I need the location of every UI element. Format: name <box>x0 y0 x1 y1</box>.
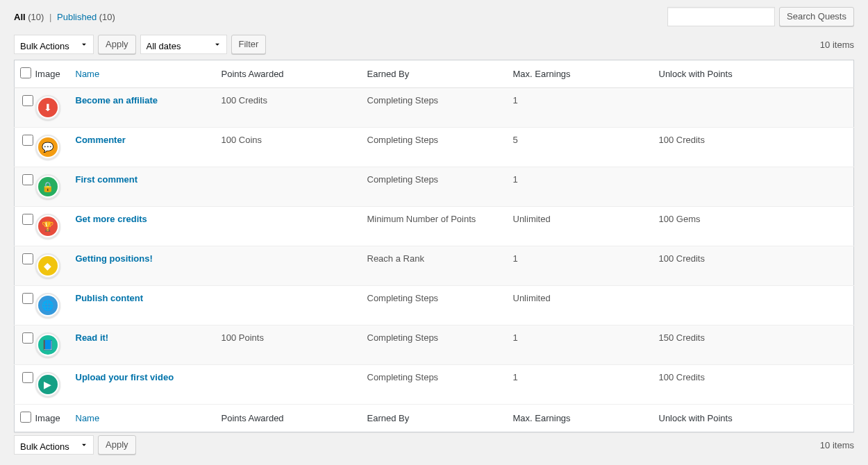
badge-inner: ▶ <box>38 375 58 394</box>
bottom-actions: Bulk Actions Apply <box>14 435 136 455</box>
quests-table: Image Name Points Awarded Earned By Max.… <box>14 60 854 432</box>
row-checkbox[interactable] <box>22 135 33 146</box>
points-awarded-cell: 100 Credits <box>215 88 360 128</box>
quest-title-link[interactable]: Commenter <box>76 135 126 145</box>
max-earnings-cell: 1 <box>506 365 652 405</box>
quest-badge-icon: ▶ <box>35 372 60 397</box>
filter-published-label: Published <box>57 12 97 22</box>
top-actions: Bulk Actions Apply All dates Filter <box>14 35 266 54</box>
search-button[interactable]: Search Quests <box>779 7 854 26</box>
filter-separator: | <box>49 12 51 22</box>
col-max-header: Max. Earnings <box>506 60 652 88</box>
filter-published-count: (10) <box>99 12 115 22</box>
badge-inner: ◆ <box>38 256 58 276</box>
col-image-footer: Image <box>35 405 69 432</box>
row-checkbox[interactable] <box>22 332 33 344</box>
quest-badge-icon: ◆ <box>35 253 60 278</box>
quest-title-link[interactable]: Upload your first video <box>76 372 174 382</box>
earned-by-cell: Completing Steps <box>360 128 506 167</box>
col-earned-footer: Earned By <box>360 405 506 432</box>
badge-inner: 🌐 <box>38 296 58 315</box>
points-awarded-cell: 100 Coins <box>215 128 360 167</box>
quest-badge-icon: 📘 <box>35 332 60 357</box>
unlock-points-cell <box>652 88 854 128</box>
table-row: 🔒 First comment Completing Steps 1 <box>15 167 854 207</box>
points-awarded-cell: 100 Points <box>215 326 360 365</box>
quest-badge-icon: 🌐 <box>35 293 60 318</box>
max-earnings-cell: 1 <box>506 167 652 207</box>
filter-all-count: (10) <box>28 12 44 22</box>
unlock-points-cell: 100 Gems <box>652 207 854 246</box>
badge-inner: 💬 <box>38 137 58 157</box>
badge-inner: ⬇ <box>38 98 58 117</box>
apply-button-bottom[interactable]: Apply <box>98 435 136 455</box>
max-earnings-cell: 5 <box>506 128 652 167</box>
filter-all-label: All <box>14 12 26 22</box>
filter-button[interactable]: Filter <box>231 35 267 54</box>
select-all-bottom[interactable] <box>20 412 31 423</box>
quest-title-link[interactable]: Read it! <box>76 332 109 343</box>
unlock-points-cell: 100 Credits <box>652 128 854 167</box>
col-max-footer: Max. Earnings <box>506 405 652 432</box>
table-row: ◆ Getting positions! Reach a Rank 1 100 … <box>15 246 854 286</box>
select-all-top[interactable] <box>20 67 31 78</box>
row-checkbox[interactable] <box>22 372 33 383</box>
row-checkbox[interactable] <box>22 95 33 106</box>
items-count-bottom: 10 items <box>820 440 854 450</box>
apply-button[interactable]: Apply <box>98 35 136 54</box>
max-earnings-cell: 1 <box>506 88 652 128</box>
table-row: ⬇ Become an affiliate 100 Credits Comple… <box>15 88 854 128</box>
max-earnings-cell: 1 <box>506 246 652 286</box>
col-points-footer: Points Awarded <box>215 405 360 432</box>
col-image-header: Image <box>35 60 69 88</box>
table-row: 🌐 Publish content Completing Steps Unlim… <box>15 286 854 326</box>
earned-by-cell: Completing Steps <box>360 326 506 365</box>
badge-inner: 📘 <box>38 335 58 355</box>
earned-by-cell: Completing Steps <box>360 365 506 405</box>
col-name-footer[interactable]: Name <box>76 413 100 423</box>
earned-by-cell: Reach a Rank <box>360 246 506 286</box>
unlock-points-cell: 100 Credits <box>652 365 854 405</box>
earned-by-cell: Completing Steps <box>360 88 506 128</box>
col-name-header[interactable]: Name <box>76 69 100 79</box>
table-row: 📘 Read it! 100 Points Completing Steps 1… <box>15 326 854 365</box>
points-awarded-cell <box>215 207 360 246</box>
unlock-points-cell: 150 Credits <box>652 326 854 365</box>
quest-title-link[interactable]: Become an affiliate <box>76 95 158 105</box>
row-checkbox[interactable] <box>22 174 33 185</box>
max-earnings-cell: Unlimited <box>506 207 652 246</box>
table-row: ▶ Upload your first video Completing Ste… <box>15 365 854 405</box>
bulk-actions-select[interactable]: Bulk Actions <box>14 35 94 54</box>
unlock-points-cell: 100 Credits <box>652 246 854 286</box>
date-filter-select[interactable]: All dates <box>140 35 227 54</box>
points-awarded-cell <box>215 167 360 207</box>
filter-published[interactable]: Published (10) <box>57 12 115 22</box>
quest-title-link[interactable]: Getting positions! <box>76 253 153 264</box>
row-checkbox[interactable] <box>22 253 33 264</box>
quest-badge-icon: ⬇ <box>35 95 60 120</box>
col-unlock-footer: Unlock with Points <box>652 405 854 432</box>
quest-title-link[interactable]: Publish content <box>76 293 144 303</box>
points-awarded-cell <box>215 365 360 405</box>
items-count-top: 10 items <box>820 40 854 50</box>
col-points-header: Points Awarded <box>215 60 360 88</box>
unlock-points-cell <box>652 167 854 207</box>
table-row: 💬 Commenter 100 Coins Completing Steps 5… <box>15 128 854 167</box>
earned-by-cell: Minimum Number of Points <box>360 207 506 246</box>
quest-title-link[interactable]: Get more credits <box>76 214 147 224</box>
row-checkbox[interactable] <box>22 214 33 225</box>
earned-by-cell: Completing Steps <box>360 286 506 326</box>
bulk-actions-select-bottom[interactable]: Bulk Actions <box>14 435 94 455</box>
row-checkbox[interactable] <box>22 293 33 304</box>
unlock-points-cell <box>652 286 854 326</box>
quest-title-link[interactable]: First comment <box>76 174 138 185</box>
col-earned-header: Earned By <box>360 60 506 88</box>
search-input[interactable] <box>667 7 775 26</box>
table-row: 🏆 Get more credits Minimum Number of Poi… <box>15 207 854 246</box>
points-awarded-cell <box>215 246 360 286</box>
badge-inner: 🔒 <box>38 177 58 196</box>
quest-badge-icon: 🏆 <box>35 214 60 239</box>
max-earnings-cell: Unlimited <box>506 286 652 326</box>
badge-inner: 🏆 <box>38 217 58 236</box>
filter-all[interactable]: All (10) <box>14 12 47 22</box>
